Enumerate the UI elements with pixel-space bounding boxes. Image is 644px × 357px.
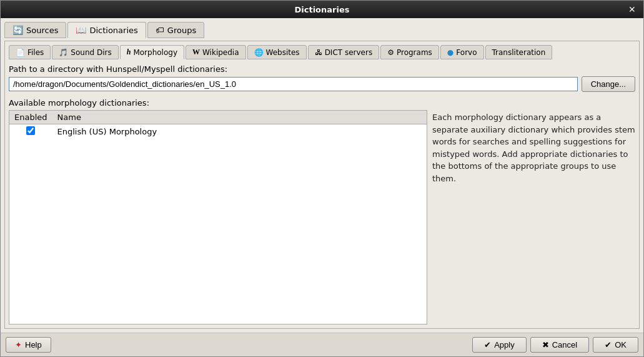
main-panel: 📄 Files 🎵 Sound Dirs h Morphology W Wiki… [4, 41, 640, 329]
dict-area: Enabled Name English (US) Morphology [9, 110, 635, 324]
groups-icon: 🏷 [156, 25, 164, 35]
tab-groups[interactable]: 🏷 Groups [147, 22, 204, 38]
subtab-morphology[interactable]: h Morphology [120, 45, 184, 59]
apply-button[interactable]: ✔ Apply [472, 337, 527, 353]
top-tabs: 🔄 Sources 📖 Dictionaries 🏷 Groups [4, 22, 640, 38]
sound-dirs-icon: 🎵 [59, 48, 68, 57]
help-button[interactable]: ✦ Help [6, 337, 51, 353]
dict-table: Enabled Name English (US) Morphology [9, 111, 427, 139]
subtab-programs-label: Programs [397, 48, 432, 57]
forvo-icon: ● [447, 48, 453, 57]
path-row: Change... [9, 76, 635, 92]
cancel-icon: ✖ [542, 340, 549, 349]
subtab-morphology-label: Morphology [133, 48, 177, 57]
subtab-dict-servers-label: DICT servers [325, 48, 373, 57]
tab-dictionaries-label: Dictionaries [89, 26, 137, 35]
title-bar: Dictionaries ✕ [1, 1, 643, 18]
ok-button[interactable]: ✔ OK [593, 337, 638, 353]
col-name: Name [52, 111, 427, 124]
close-button[interactable]: ✕ [626, 4, 638, 14]
subtab-files[interactable]: 📄 Files [9, 45, 51, 59]
path-label: Path to a directory with Hunspell/Myspel… [9, 64, 635, 74]
subtab-wikipedia[interactable]: W Wikipedia [186, 45, 246, 59]
sub-tabs: 📄 Files 🎵 Sound Dirs h Morphology W Wiki… [9, 45, 635, 59]
subtab-sound-dirs[interactable]: 🎵 Sound Dirs [52, 45, 118, 59]
subtab-transliteration[interactable]: Transliteration [485, 45, 553, 59]
tab-dictionaries[interactable]: 📖 Dictionaries [67, 22, 146, 38]
subtab-transliteration-label: Transliteration [492, 48, 546, 57]
programs-icon: ⚙ [387, 48, 394, 57]
path-input[interactable] [9, 77, 578, 91]
dialog-content: 🔄 Sources 📖 Dictionaries 🏷 Groups 📄 File… [1, 18, 643, 333]
ok-icon: ✔ [605, 340, 612, 349]
subtab-forvo[interactable]: ● Forvo [440, 45, 484, 59]
websites-icon: 🌐 [254, 48, 264, 57]
dialog-window: Dictionaries ✕ 🔄 Sources 📖 Dictionaries … [0, 0, 644, 357]
subtab-dict-servers[interactable]: 🖧 DICT servers [308, 45, 380, 59]
dict-servers-icon: 🖧 [315, 48, 322, 57]
subtab-sound-dirs-label: Sound Dirs [71, 48, 111, 57]
subtab-programs[interactable]: ⚙ Programs [380, 45, 439, 59]
cancel-label: Cancel [552, 340, 577, 349]
content-area: Path to a directory with Hunspell/Myspel… [9, 64, 635, 324]
apply-label: Apply [494, 340, 515, 349]
available-label: Available morphology dictionaries: [9, 98, 635, 108]
subtab-websites-label: Websites [266, 48, 300, 57]
help-label: Help [25, 340, 42, 349]
window-title: Dictionaries [18, 5, 626, 14]
action-buttons: ✔ Apply ✖ Cancel ✔ OK [472, 337, 638, 353]
cancel-button[interactable]: ✖ Cancel [530, 337, 589, 353]
morphology-icon: h [127, 48, 131, 57]
help-icon: ✦ [15, 340, 22, 349]
subtab-wikipedia-label: Wikipedia [202, 48, 239, 57]
subtab-forvo-label: Forvo [456, 48, 477, 57]
ok-label: OK [615, 340, 627, 349]
apply-icon: ✔ [484, 340, 491, 349]
morphology-checkbox[interactable] [26, 126, 35, 135]
tab-groups-label: Groups [167, 26, 196, 35]
col-enabled: Enabled [9, 111, 52, 124]
row-check-cell [9, 124, 52, 139]
files-icon: 📄 [16, 48, 25, 57]
subtab-files-label: Files [27, 48, 44, 57]
row-name-cell: English (US) Morphology [52, 124, 427, 139]
dictionaries-icon: 📖 [76, 25, 86, 35]
wikipedia-icon: W [192, 48, 200, 57]
dict-table-container: Enabled Name English (US) Morphology [9, 110, 427, 324]
info-box: Each morphology dictionary appears as a … [432, 110, 635, 324]
tab-sources[interactable]: 🔄 Sources [4, 22, 66, 38]
change-button[interactable]: Change... [582, 76, 635, 92]
subtab-websites[interactable]: 🌐 Websites [247, 45, 307, 59]
sources-icon: 🔄 [12, 25, 23, 35]
table-row: English (US) Morphology [9, 124, 427, 139]
bottom-bar: ✦ Help ✔ Apply ✖ Cancel ✔ OK [1, 333, 643, 356]
tab-sources-label: Sources [26, 26, 58, 35]
